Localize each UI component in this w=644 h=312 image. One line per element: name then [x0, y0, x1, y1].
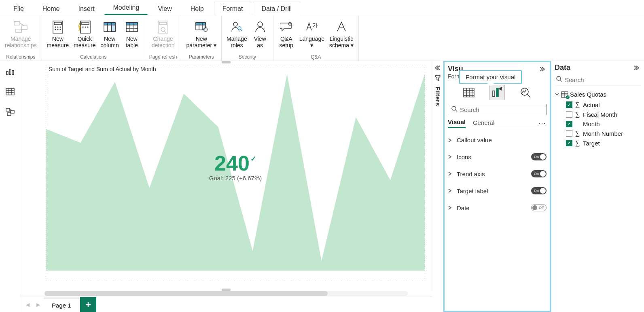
new-column-button[interactable]: New column [98, 19, 121, 49]
new-measure-button[interactable]: New measure [44, 19, 71, 49]
format-section-row[interactable]: Trend axisOn [448, 165, 547, 182]
manage-roles-button[interactable]: Manage roles [224, 19, 250, 49]
table-node[interactable]: ✓ Sales Quotas [555, 90, 641, 99]
ribbon-group-label: Q&A [309, 54, 322, 61]
calculator-icon [50, 19, 66, 35]
workspace: Sum of Target and Sum of Actual by Month… [0, 61, 644, 312]
svg-point-38 [238, 27, 241, 30]
field-name: Fiscal Month [583, 111, 617, 118]
data-view-icon[interactable] [3, 84, 17, 99]
search-icon [556, 76, 562, 83]
format-search-box[interactable] [448, 104, 547, 115]
ribbon-group-parameters: New parameter ▾ Parameters [181, 15, 222, 61]
analytics-icon[interactable] [518, 85, 533, 100]
report-canvas-area: Sum of Target and Sum of Actual by Month… [20, 61, 432, 312]
language-button[interactable]: 가 Language▾ [297, 19, 327, 49]
menu-tabs-bar: File Home Insert Modeling View Help Form… [0, 0, 644, 15]
linguistic-schema-button[interactable]: Linguistic schema ▾ [327, 19, 356, 49]
svg-rect-49 [12, 70, 14, 75]
menu-tab-file[interactable]: File [5, 2, 32, 15]
format-section-row[interactable]: DateOff [448, 199, 547, 216]
format-search-input[interactable] [460, 106, 543, 113]
new-table-button[interactable]: New table [121, 19, 142, 49]
more-options-icon[interactable]: ⋯ [538, 119, 547, 128]
manage-relationships-button[interactable]: Manage relationships [2, 19, 39, 49]
button-label: New measure [47, 36, 69, 48]
model-view-icon[interactable] [3, 105, 17, 119]
ribbon-group-label: Parameters [187, 54, 216, 61]
svg-rect-48 [9, 69, 11, 75]
report-view-icon[interactable] [3, 64, 17, 79]
expand-left-icon[interactable] [434, 65, 441, 71]
svg-line-39 [241, 30, 242, 31]
svg-point-7 [55, 27, 56, 27]
checkbox[interactable]: ✓ [566, 121, 572, 127]
build-visual-icon[interactable] [462, 85, 476, 100]
menu-tab-data-drill[interactable]: Data / Drill [253, 2, 300, 15]
sigma-icon: ∑ [575, 139, 580, 147]
chevron-right-icon [448, 171, 453, 176]
button-label: Linguistic schema ▾ [329, 36, 354, 48]
button-label: New table [126, 36, 138, 48]
add-page-button[interactable] [80, 297, 96, 312]
svg-line-71 [527, 94, 530, 97]
filters-collapsed-pane[interactable]: Filters [432, 61, 443, 312]
collapse-right-icon[interactable] [633, 65, 641, 71]
checkbox[interactable]: ✓ [566, 140, 572, 146]
format-section-row[interactable]: Callout value [448, 132, 547, 148]
format-switch-row [448, 82, 547, 102]
canvas-surface[interactable]: Sum of Target and Sum of Actual by Month… [20, 61, 432, 291]
ruler-handle-top[interactable] [222, 61, 231, 63]
toggle-switch[interactable]: On [531, 170, 547, 177]
format-section-row[interactable]: IconsOn [448, 148, 547, 165]
format-section-row[interactable]: Target labelOn [448, 182, 547, 199]
toggle-switch[interactable]: On [531, 187, 547, 194]
svg-line-43 [290, 24, 291, 24]
new-parameter-button[interactable]: New parameter ▾ [184, 19, 219, 49]
column-icon [102, 19, 117, 35]
field-row[interactable]: ∑Month Number [566, 130, 641, 137]
page-tab[interactable]: Page 1 [44, 297, 79, 312]
format-section-label: Trend axis [457, 171, 528, 177]
menu-tab-modeling[interactable]: Modeling [104, 0, 148, 15]
scrollbar-thumb[interactable] [44, 291, 328, 296]
quick-measure-button[interactable]: Quick measure [71, 19, 98, 49]
svg-point-8 [57, 27, 58, 27]
change-detection-button[interactable]: Change detection [149, 19, 177, 49]
menu-tab-help[interactable]: Help [182, 2, 212, 15]
toggle-switch[interactable]: On [531, 153, 547, 160]
button-label: Language▾ [299, 36, 324, 48]
toggle-switch[interactable]: Off [531, 204, 547, 211]
field-row[interactable]: ✓∑Actual [566, 101, 641, 108]
format-tab-general[interactable]: General [473, 119, 494, 128]
fields-search-input[interactable] [565, 76, 642, 83]
canvas-horizontal-scrollbar[interactable] [44, 291, 408, 296]
svg-point-10 [55, 29, 56, 30]
format-tab-visual[interactable]: Visual [448, 118, 466, 128]
language-icon: 가 [304, 19, 320, 35]
menu-tab-insert[interactable]: Insert [70, 2, 103, 15]
qa-setup-button[interactable]: Q&A setup [276, 19, 297, 49]
format-sections-list: Callout valueIconsOnTrend axisOnTarget l… [448, 132, 547, 216]
fields-search-box[interactable] [555, 74, 641, 86]
format-visual-icon[interactable] [490, 85, 504, 100]
checkbox[interactable] [566, 130, 572, 137]
view-as-button[interactable]: View as [250, 19, 271, 49]
button-label: Quick measure [74, 36, 95, 48]
menu-tab-format[interactable]: Format [214, 2, 252, 15]
field-row[interactable]: ∑Fiscal Month [566, 111, 641, 118]
menu-tab-view[interactable]: View [149, 2, 180, 15]
page-next-arrow: ▶ [33, 300, 43, 310]
svg-rect-22 [112, 25, 115, 32]
svg-point-37 [233, 22, 237, 26]
collapse-right-icon[interactable] [539, 66, 547, 72]
field-row[interactable]: ✓∑Target [566, 139, 641, 147]
kpi-visual[interactable]: Sum of Target and Sum of Actual by Month… [46, 65, 425, 281]
data-pane: Data ✓ Sales Quotas ✓∑Actual∑Fiscal Mont… [551, 61, 644, 312]
svg-point-74 [557, 76, 561, 80]
menu-tab-home[interactable]: Home [34, 2, 68, 15]
field-row[interactable]: ✓Month [566, 120, 641, 127]
button-label: View as [254, 36, 266, 48]
checkbox[interactable] [566, 111, 572, 118]
checkbox[interactable]: ✓ [566, 101, 572, 108]
